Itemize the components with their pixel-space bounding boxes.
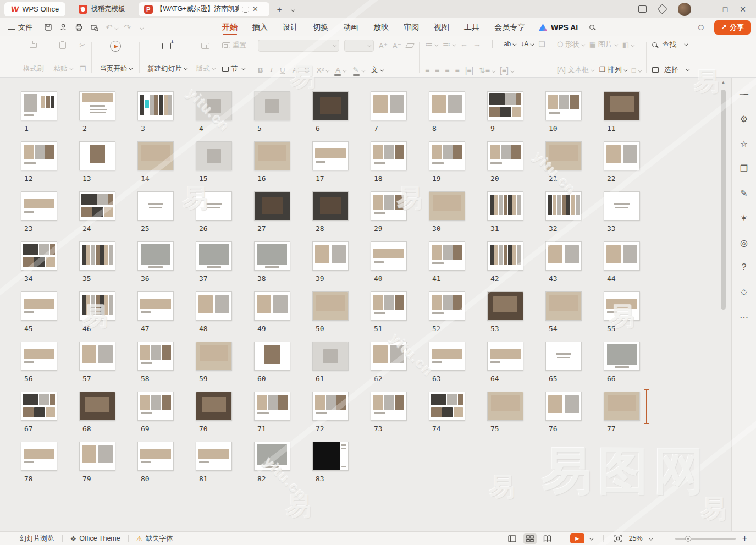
slide-thumbnail-54[interactable] (545, 291, 582, 321)
align-objects-button[interactable]: [≡] (500, 66, 513, 75)
slide-sorter-view-button[interactable] (523, 533, 537, 544)
search-icon[interactable] (589, 25, 594, 30)
properties-icon[interactable]: ⚙ (737, 112, 751, 125)
slide-thumbnail-13[interactable] (79, 141, 115, 170)
slide-thumbnail-3[interactable] (137, 91, 174, 120)
slide-thumbnail-55[interactable] (604, 291, 640, 321)
zoom-slider-handle[interactable] (685, 536, 691, 542)
slide-thumbnail-34[interactable] (21, 241, 57, 271)
smart-beautify-icon[interactable]: ✶ (737, 211, 751, 224)
transition-icon[interactable]: ❐ (737, 162, 751, 175)
feedback-icon[interactable]: ☺ (697, 23, 705, 32)
slide-thumbnail-12[interactable] (21, 141, 57, 170)
slide-thumbnail-1[interactable] (21, 91, 57, 120)
slide-thumbnail-72[interactable] (312, 392, 349, 421)
slide-thumbnail-32[interactable] (545, 191, 582, 221)
slide-thumbnail-31[interactable] (487, 191, 523, 221)
slide-thumbnail-17[interactable] (312, 141, 349, 170)
decrease-font-button[interactable]: A⁻ (393, 41, 401, 50)
quick-toolbar-dropdown[interactable] (138, 23, 142, 32)
slide-thumbnail-83[interactable] (312, 442, 349, 471)
font-size-select[interactable] (344, 40, 374, 52)
vertical-text-button[interactable]: ↓A (521, 40, 533, 48)
font-color-button[interactable]: A (335, 66, 345, 74)
slide-thumbnail-66[interactable] (604, 342, 640, 371)
zoom-in-button[interactable]: + (742, 533, 747, 543)
highlight-color-button[interactable]: ✎ (352, 65, 363, 74)
print-preview-button[interactable] (90, 23, 98, 31)
slide-thumbnail-24[interactable] (79, 191, 115, 221)
slide-thumbnail-5[interactable] (254, 91, 290, 120)
slide-thumbnail-82[interactable] (254, 442, 290, 471)
distribute-text-button[interactable]: |≡| (465, 66, 473, 75)
slide-thumbnail-78[interactable] (21, 442, 57, 471)
align-center-button[interactable]: ≡ (435, 66, 439, 75)
slide-thumbnail-53[interactable] (487, 291, 523, 321)
slide-thumbnail-62[interactable] (371, 342, 407, 371)
slide-thumbnail-18[interactable] (371, 141, 407, 170)
close-window-button[interactable]: ✕ (740, 5, 746, 14)
tab-transition[interactable]: 切换 (313, 19, 328, 36)
slide-thumbnail-28[interactable] (312, 191, 349, 221)
find-button[interactable]: 查找 (652, 40, 688, 49)
underline-button[interactable]: U (280, 66, 285, 74)
play-options-dropdown[interactable] (588, 535, 592, 542)
present-on-monitor-icon[interactable] (242, 7, 249, 12)
more-tools-icon[interactable]: ⋯ (737, 310, 751, 323)
slide-thumbnail-70[interactable] (196, 392, 232, 421)
slide-thumbnail-73[interactable] (371, 392, 407, 421)
slide-layout-button[interactable]: 版式 (194, 40, 217, 75)
help-icon[interactable]: ? (737, 261, 751, 274)
redo-button[interactable]: ↷ (124, 23, 131, 32)
print-button[interactable] (75, 23, 83, 31)
slide-thumbnail-71[interactable] (254, 392, 290, 421)
slide-thumbnail-21[interactable] (545, 141, 582, 170)
tab-insert[interactable]: 插入 (252, 19, 268, 36)
ink-annotation-icon[interactable]: ✎ (737, 186, 751, 200)
slide-thumbnail-39[interactable] (312, 241, 349, 271)
export-pdf-button[interactable] (59, 23, 68, 31)
tab-design[interactable]: 设计 (283, 19, 298, 36)
slide-thumbnail-48[interactable] (196, 291, 232, 321)
slide-thumbnail-22[interactable] (604, 141, 640, 170)
slide-thumbnail-27[interactable] (254, 191, 290, 221)
slide-thumbnail-19[interactable] (429, 141, 465, 170)
tab-slideshow[interactable]: 放映 (373, 19, 389, 36)
play-from-current-button[interactable]: ▶ 当页开始 (97, 40, 134, 75)
slide-thumbnail-77[interactable] (604, 392, 640, 421)
align-right-button[interactable]: ≡ (445, 66, 449, 75)
slide-thumbnail-56[interactable] (21, 342, 57, 371)
slide-thumbnail-52[interactable] (429, 291, 465, 321)
scrollbar-thumb[interactable] (721, 90, 726, 310)
slide-thumbnail-49[interactable] (254, 291, 290, 321)
italic-button[interactable]: I (270, 65, 273, 74)
vertical-scrollbar[interactable]: ▲ (720, 80, 727, 528)
missing-fonts-label[interactable]: 缺失字体 (145, 534, 173, 543)
undo-button[interactable]: ↶ (106, 23, 117, 32)
slide-thumbnail-7[interactable] (371, 91, 407, 120)
maximize-button[interactable]: □ (723, 5, 727, 14)
slide-thumbnail-50[interactable] (312, 291, 349, 321)
slide-thumbnail-10[interactable] (545, 91, 582, 120)
tab-view[interactable]: 视图 (434, 19, 449, 36)
multi-device-icon[interactable] (638, 5, 647, 13)
increase-indent-button[interactable]: → (473, 40, 481, 48)
normal-view-button[interactable] (506, 533, 519, 544)
slide-thumbnail-76[interactable] (545, 392, 582, 421)
slide-thumbnail-42[interactable] (487, 241, 523, 271)
theme-name[interactable]: Office Theme (79, 535, 120, 542)
slide-thumbnail-80[interactable] (137, 442, 174, 471)
slide-thumbnail-20[interactable] (487, 141, 523, 170)
slide-thumbnail-57[interactable] (79, 342, 115, 371)
slide-thumbnail-64[interactable] (487, 342, 523, 371)
slide-thumbnail-26[interactable] (196, 191, 232, 221)
line-spacing-button[interactable]: ⇅≡ (479, 66, 494, 75)
save-button[interactable] (44, 23, 52, 31)
select-button[interactable]: 选择 (652, 65, 688, 75)
reading-view-button[interactable] (541, 533, 554, 544)
slide-thumbnail-44[interactable] (604, 241, 640, 271)
user-avatar[interactable] (678, 3, 691, 16)
shape-fill-button[interactable]: ◧ (622, 41, 633, 49)
share-button[interactable]: ↗ 分享 (714, 20, 751, 35)
slide-thumbnail-65[interactable] (545, 342, 582, 371)
